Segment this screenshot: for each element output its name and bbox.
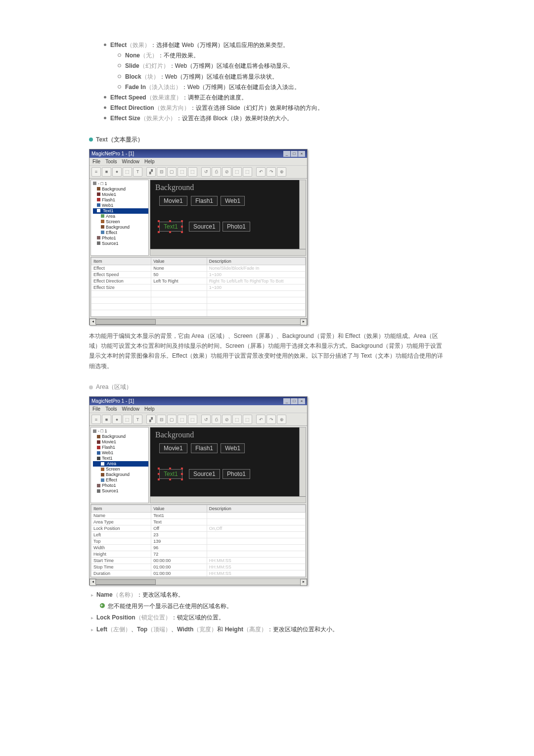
toolbar-icon[interactable]: ⬚ (232, 415, 242, 424)
chip-web1[interactable]: Web1 (221, 443, 245, 453)
toolbar-icon[interactable]: ↶ (256, 167, 266, 177)
chip-text1[interactable]: Text1 (159, 222, 182, 232)
toolbar-icon[interactable]: T (133, 415, 142, 424)
toolbar-icon[interactable]: ⬚ (243, 415, 252, 424)
toolbar-icon[interactable]: ⊕ (277, 167, 286, 177)
table-row[interactable]: Width96 (91, 545, 306, 551)
scroll-right-icon[interactable]: ▸ (300, 579, 307, 586)
toolbar-icon[interactable]: ■ (102, 167, 111, 177)
tree-node[interactable]: Movie1 (93, 192, 148, 197)
max-icon[interactable]: □ (291, 398, 298, 404)
chip-movie1[interactable]: Movie1 (159, 196, 187, 206)
toolbar-icon[interactable]: ↶ (256, 415, 266, 424)
toolbar-icon[interactable]: ⬚ (123, 167, 132, 177)
toolbar-icon[interactable]: ≡ (91, 167, 101, 177)
hscroll-canvas[interactable] (150, 496, 306, 503)
chip-source1[interactable]: Source1 (189, 469, 220, 479)
scroll-thumb[interactable] (95, 579, 156, 585)
scroll-right-icon[interactable]: ▸ (300, 319, 307, 326)
tree-panel[interactable]: - □ 1BackgroundMovie1Flash1Web1Text1Area… (90, 427, 149, 503)
toolbar-icon[interactable]: ⊟ (157, 167, 166, 177)
vscroll[interactable] (299, 180, 306, 255)
table-row[interactable]: Left23 (91, 532, 306, 538)
toolbar-icon[interactable]: ⬚ (243, 167, 252, 177)
tree-node[interactable]: Effect (93, 477, 148, 483)
menu-help[interactable]: Help (144, 159, 155, 164)
tree-node[interactable]: Screen (93, 467, 148, 472)
tree-node[interactable]: Background (93, 225, 148, 230)
toolbar-icon[interactable]: ⬚ (123, 415, 132, 424)
toolbar-icon[interactable]: ⬚ (188, 167, 197, 177)
hscroll[interactable]: ◂ ▸ (89, 318, 307, 325)
tree-node[interactable]: Screen (93, 219, 148, 225)
chip-source1[interactable]: Source1 (189, 222, 220, 232)
properties-grid[interactable]: Item Value Description EffectNoneNone/Sl… (90, 257, 306, 317)
toolbar-icon[interactable]: ⎙ (212, 415, 221, 424)
chip-web1[interactable]: Web1 (221, 196, 245, 206)
tree-node[interactable]: Photo1 (93, 236, 148, 241)
toolbar-icon[interactable]: ⬚ (178, 167, 187, 177)
max-icon[interactable]: □ (291, 151, 298, 157)
toolbar-icon[interactable]: ↷ (267, 415, 276, 424)
min-icon[interactable]: _ (283, 151, 290, 157)
tree-node[interactable]: - □ 1 (93, 181, 148, 187)
table-row[interactable]: Duration01:00:00HH:MM:SS (91, 570, 306, 577)
tree-node[interactable]: Flash1 (93, 197, 148, 203)
menu-file[interactable]: File (92, 159, 100, 164)
hscroll[interactable]: ◂ ▸ (89, 578, 307, 585)
tree-node[interactable]: Area (93, 214, 148, 219)
tree-node[interactable]: Source1 (93, 241, 148, 246)
min-icon[interactable]: _ (283, 398, 290, 404)
tree-node[interactable]: Flash1 (93, 445, 148, 450)
scroll-thumb[interactable] (95, 319, 156, 325)
toolbar-icon[interactable]: ▞ (146, 415, 156, 424)
tree-node[interactable]: Web1 (93, 203, 148, 208)
chip-flash1[interactable]: Flash1 (191, 443, 218, 453)
toolbar-icon[interactable]: ▞ (146, 167, 156, 177)
toolbar-icon[interactable]: ↺ (201, 415, 211, 424)
table-row[interactable]: Height72 (91, 551, 306, 558)
chip-photo1[interactable]: Photo1 (222, 222, 250, 232)
toolbar-icon[interactable]: ■ (102, 415, 111, 424)
table-row[interactable]: Effect DirectionLeft To RightRight To Le… (91, 278, 306, 284)
table-row[interactable]: Effect Speed501~100 (91, 271, 306, 278)
menu-window[interactable]: Window (122, 159, 139, 164)
chip-text1[interactable]: Text1 (159, 469, 182, 479)
toolbar-icon[interactable]: ⬚ (178, 415, 187, 424)
table-row[interactable]: EffectNoneNone/Slide/Block/Fade In (91, 265, 306, 271)
close-icon[interactable]: × (298, 398, 305, 404)
chip-movie1[interactable]: Movie1 (159, 443, 187, 453)
tree-node[interactable]: Background (93, 434, 148, 439)
close-icon[interactable]: × (298, 151, 305, 157)
tree-node[interactable]: Effect (93, 230, 148, 236)
properties-grid[interactable]: Item Value Description NameText1Area Typ… (90, 504, 306, 577)
toolbar-icon[interactable]: ≡ (91, 415, 101, 424)
table-row[interactable]: Start Time00:00:00HH:MM:SS (91, 558, 306, 564)
toolbar-icon[interactable]: ⬚ (188, 415, 197, 424)
toolbar-icon[interactable]: ↺ (201, 167, 211, 177)
tree-node[interactable]: Movie1 (93, 439, 148, 445)
toolbar-icon[interactable]: ⊘ (222, 415, 231, 424)
toolbar-icon[interactable]: ⎙ (212, 167, 221, 177)
tree-node[interactable]: Source1 (93, 488, 148, 494)
menu-tools[interactable]: Tools (105, 159, 117, 164)
toolbar-icon[interactable]: T (133, 167, 142, 177)
toolbar-icon[interactable]: ⊕ (277, 415, 286, 424)
chip-photo1[interactable]: Photo1 (222, 469, 250, 479)
tree-node[interactable]: Text1 (93, 208, 148, 214)
tree-node[interactable]: Background (93, 472, 148, 477)
menu-window[interactable]: Window (122, 406, 139, 412)
toolbar-icon[interactable]: ⊘ (222, 167, 231, 177)
tree-panel[interactable]: - □ 1BackgroundMovie1Flash1Web1Text1Area… (90, 180, 149, 256)
table-row[interactable]: Stop Time01:00:00HH:MM:SS (91, 564, 306, 570)
tree-node[interactable]: Background (93, 187, 148, 192)
tree-node[interactable]: Web1 (93, 450, 148, 456)
toolbar-icon[interactable]: ● (112, 415, 122, 424)
tree-node[interactable]: Photo1 (93, 483, 148, 488)
canvas[interactable]: Background Movie1 Flash1 Web1 Text1 Sour… (150, 180, 306, 256)
table-row[interactable]: Top139 (91, 538, 306, 545)
menu-tools[interactable]: Tools (105, 406, 117, 412)
table-row[interactable]: Lock PositionOffOn,Off (91, 525, 306, 532)
table-row[interactable]: NameText1 (91, 513, 306, 519)
tree-node[interactable]: - □ 1 (93, 428, 148, 434)
